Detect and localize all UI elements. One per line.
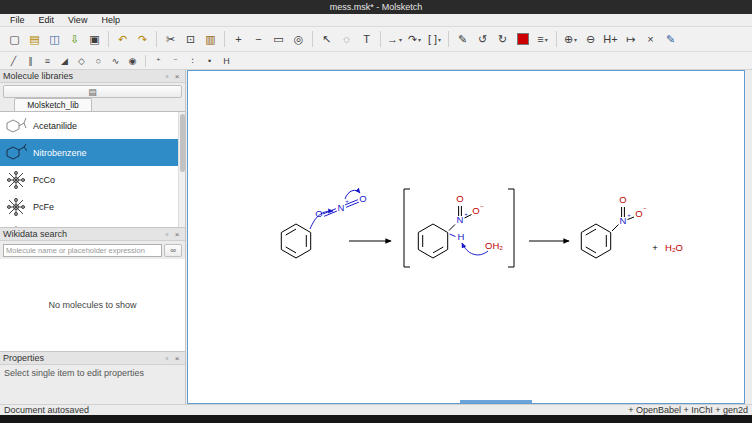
open-file-icon[interactable]: ▤ <box>25 30 44 49</box>
bracket-tool-icon[interactable]: [ ]▾ <box>425 30 444 49</box>
charge-minus-icon[interactable]: ⊖ <box>581 30 600 49</box>
atom-label-o: O <box>619 194 626 205</box>
line-width-icon[interactable]: ≡▾ <box>533 30 552 49</box>
molecule-thumbnail <box>4 116 28 136</box>
float-icon[interactable]: ▫ <box>162 353 172 363</box>
drawing-canvas[interactable]: O N + O N + O O − H OH₂ <box>187 70 745 404</box>
zoom-out-icon[interactable]: − <box>249 30 268 49</box>
close-icon[interactable]: × <box>172 229 182 239</box>
radical-icon[interactable]: • <box>202 53 217 68</box>
zoom-in-icon[interactable]: + <box>229 30 248 49</box>
float-icon[interactable]: ▫ <box>162 229 172 239</box>
dock-column: Molecule libraries ▫ × ▤ Molsketch_lib A… <box>0 70 186 404</box>
search-button[interactable]: ∞ <box>164 244 182 257</box>
chain-icon[interactable]: ∿ <box>108 53 123 68</box>
toolbar-separator <box>145 55 146 67</box>
lone-pair-icon[interactable]: ∶ <box>185 53 200 68</box>
water-nucleophile-label: OH₂ <box>485 240 503 251</box>
menu-file[interactable]: File <box>3 14 32 27</box>
arrow-tool-icon[interactable]: →▾ <box>385 30 404 49</box>
charge-plus-icon[interactable]: ⊕▾ <box>561 30 580 49</box>
benzene-reactant[interactable] <box>281 224 310 258</box>
library-tab-bar: Molsketch_lib <box>0 99 185 112</box>
delete-icon[interactable]: × <box>641 30 660 49</box>
save-icon[interactable]: ◫ <box>45 30 64 49</box>
add-hydrogen-icon[interactable]: H+ <box>601 30 620 49</box>
menu-help[interactable]: Help <box>94 14 127 27</box>
tab-molsketch-lib[interactable]: Molsketch_lib <box>14 98 92 111</box>
ring-aromatic-icon[interactable]: ◉ <box>125 53 140 68</box>
rotate-cw-icon[interactable]: ↻ <box>493 30 512 49</box>
arenium-intermediate[interactable]: N + O O − H OH₂ <box>404 189 514 267</box>
dropdown-caret-icon: ▾ <box>545 36 548 43</box>
lasso-tool-icon[interactable]: ◌ <box>337 30 356 49</box>
nitronium-ion[interactable]: O N + O <box>310 190 367 229</box>
decrease-charge-icon[interactable]: ⁻ <box>168 53 183 68</box>
bond-wedge-icon[interactable]: ◢ <box>57 53 72 68</box>
wikidata-search-input[interactable] <box>3 244 162 257</box>
zoom-fit-icon[interactable]: ▭ <box>269 30 288 49</box>
list-item-label: Acetanilide <box>33 121 77 131</box>
canvas-hscrollbar[interactable] <box>460 400 532 403</box>
color-swatch[interactable] <box>517 33 529 45</box>
mechanism-arrow-tool-icon[interactable]: ↷▾ <box>405 30 424 49</box>
edit-tool-icon[interactable]: ✎ <box>661 30 680 49</box>
reaction-drawing: O N + O N + O O − H OH₂ <box>188 71 744 401</box>
export-icon[interactable]: ⇩ <box>65 30 84 49</box>
redo-icon[interactable]: ↷ <box>133 30 152 49</box>
menu-view[interactable]: View <box>61 14 94 27</box>
properties-dock-title: Properties <box>3 353 162 363</box>
cut-icon[interactable]: ✂ <box>161 30 180 49</box>
list-item-pcfe[interactable]: PcFe <box>0 193 185 220</box>
ring-5-icon[interactable]: ◇ <box>74 53 89 68</box>
atom-label-n: N <box>457 214 464 225</box>
nitrobenzene-product[interactable]: N + O O − <box>581 194 647 258</box>
list-item-pcco[interactable]: PcCo <box>0 166 185 193</box>
increase-charge-icon[interactable]: ⁺ <box>151 53 166 68</box>
molecule-thumbnail <box>4 197 28 217</box>
charge-label: − <box>643 205 647 211</box>
menu-bar: File Edit View Help <box>0 14 752 27</box>
bond-single-icon[interactable]: ╱ <box>6 53 21 68</box>
hydrogen-icon[interactable]: H <box>219 53 234 68</box>
window-title: mess.msk* - Molsketch <box>330 2 423 12</box>
bond-double-icon[interactable]: ∥ <box>23 53 38 68</box>
float-icon[interactable]: ▫ <box>162 71 172 81</box>
close-icon[interactable]: × <box>172 353 182 363</box>
bond-triple-icon[interactable]: ≡ <box>40 53 55 68</box>
wikidata-results-area: No molecules to show <box>0 259 185 352</box>
atom-label-o: O <box>635 208 642 219</box>
paste-icon[interactable]: ▥ <box>201 30 220 49</box>
list-item-acetanilide[interactable]: Acetanilide <box>0 112 185 139</box>
draw-tool-icon[interactable]: ✎ <box>453 30 472 49</box>
ring-6-icon[interactable]: ○ <box>91 53 106 68</box>
properties-dock-header: Properties ▫ × <box>0 352 185 365</box>
mechanism-arrow-glyph: ↷ <box>408 33 417 46</box>
mechanism-tool-icon[interactable]: ↦ <box>621 30 640 49</box>
list-item-partial[interactable] <box>0 220 185 228</box>
select-tool-icon[interactable]: ↖ <box>317 30 336 49</box>
rotate-ccw-icon[interactable]: ↺ <box>473 30 492 49</box>
libraries-dock-title: Molecule libraries <box>3 71 162 81</box>
new-document-icon[interactable]: ▢ <box>5 30 24 49</box>
print-icon[interactable]: ▣ <box>85 30 104 49</box>
atom-label-n: N <box>620 215 627 226</box>
zoom-original-icon[interactable]: ◎ <box>289 30 308 49</box>
text-tool-icon[interactable]: T <box>357 30 376 49</box>
list-item-nitrobenzene[interactable]: Nitrobenzene <box>0 139 185 166</box>
molecule-thumbnail <box>4 170 28 190</box>
copy-icon[interactable]: ⊡ <box>181 30 200 49</box>
open-library-button[interactable]: ▤ <box>3 85 182 98</box>
undo-icon[interactable]: ↶ <box>113 30 132 49</box>
status-message: Document autosaved <box>4 405 89 415</box>
toolbar-separator <box>224 31 225 47</box>
scrollbar-handle[interactable] <box>180 114 185 172</box>
library-scrollbar[interactable] <box>178 112 185 228</box>
close-icon[interactable]: × <box>172 71 182 81</box>
line-width-glyph: ≡ <box>537 33 543 45</box>
dropdown-caret-icon: ▾ <box>574 36 577 43</box>
menu-edit[interactable]: Edit <box>32 14 62 27</box>
atom-label-o: O <box>456 193 463 204</box>
molecule-library-list: Acetanilide Nitrobenzene PcCo PcFe <box>0 112 185 228</box>
plus-sign: + <box>652 242 658 253</box>
